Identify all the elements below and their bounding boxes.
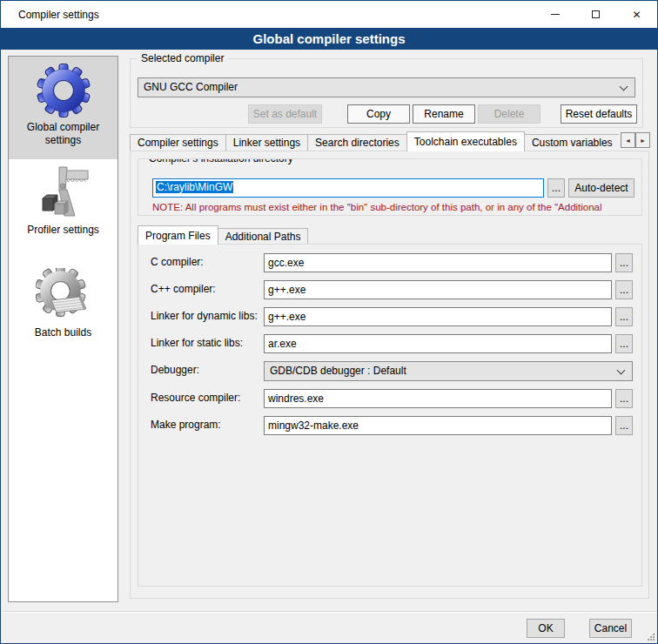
arrow-right-icon: ► [640,138,646,144]
dynamic-linker-input[interactable] [264,307,612,326]
install-dir-group-label: Compiler's installation directory [145,158,297,164]
program-files-page: C compiler: ... C++ compiler: ... Linker… [138,244,642,587]
maximize-icon [592,10,600,18]
resource-compiler-label: Resource compiler: [151,392,240,404]
sidebar-item-label: Batch builds [9,326,118,339]
compiler-settings-dialog: Compiler settings ✕ Global compiler sett… [0,0,658,644]
static-linker-browse-button[interactable]: ... [615,334,633,353]
tab-compiler-settings[interactable]: Compiler settings [130,134,226,151]
sidebar-item-label: Profiler settings [9,224,118,237]
install-dir-browse-button[interactable]: ... [547,178,565,198]
footer-divider [1,611,657,612]
install-dir-note: NOTE: All programs must exist either in … [152,202,640,212]
chevron-down-icon [620,83,628,91]
compiler-select[interactable]: GNU GCC Compiler [138,77,635,97]
debugger-select-value: GDB/CDB debugger : Default [270,365,406,377]
resource-compiler-input[interactable] [264,389,612,408]
compiler-tabs: Compiler settings Linker settings Search… [130,131,619,151]
close-icon: ✕ [632,10,641,20]
selected-compiler-group-label: Selected compiler [138,52,227,64]
batch-builds-icon [36,268,91,324]
toolchain-executables-page: Compiler's installation directory C:\ray… [130,151,649,599]
minimize-icon [551,14,560,15]
static-linker-input[interactable] [264,334,612,353]
sidebar-item-label: Global compiler settings [9,121,118,147]
tab-scroll-left-button[interactable]: ◄ [621,132,635,148]
debugger-select[interactable]: GDB/CDB debugger : Default [264,361,633,381]
install-dir-selected-text: C:\raylib\MinGW [156,181,233,193]
install-dir-input[interactable]: C:\raylib\MinGW [152,178,544,198]
tab-linker-settings[interactable]: Linker settings [225,134,308,151]
copy-button[interactable]: Copy [347,104,410,124]
cpp-compiler-browse-button[interactable]: ... [615,280,633,299]
subtab-additional-paths[interactable]: Additional Paths [218,228,309,244]
close-button[interactable]: ✕ [616,1,657,28]
arrow-left-icon: ◄ [625,138,631,144]
rename-button[interactable]: Rename [413,104,475,124]
tab-custom-variables[interactable]: Custom variables [524,134,619,151]
static-linker-label: Linker for static libs: [151,337,243,349]
dialog-header: Global compiler settings [1,28,657,50]
selected-compiler-group: Selected compiler GNU GCC Compiler Set a… [130,58,643,128]
resize-grip[interactable] [647,633,655,641]
window-title: Compiler settings [18,9,99,21]
caption-buttons: ✕ [534,1,657,28]
compiler-select-value: GNU GCC Compiler [144,81,238,93]
settings-sidebar: Global compiler settings [8,56,118,602]
resource-compiler-browse-button[interactable]: ... [615,389,633,408]
make-program-browse-button[interactable]: ... [615,416,633,435]
make-program-input[interactable] [264,416,612,435]
install-dir-group: Compiler's installation directory C:\ray… [138,158,642,216]
c-compiler-browse-button[interactable]: ... [615,253,633,272]
c-compiler-label: C compiler: [151,256,204,268]
tab-scroll-right-button[interactable]: ► [635,132,650,148]
cpp-compiler-label: C++ compiler: [151,283,216,295]
autodetect-button[interactable]: Auto-detect [568,178,634,198]
tab-toolchain-executables[interactable]: Toolchain executables [406,131,525,151]
maximize-button[interactable] [575,1,616,28]
c-compiler-input[interactable] [264,253,612,272]
sidebar-item-global-compiler-settings[interactable]: Global compiler settings [9,57,118,159]
make-program-label: Make program: [151,419,221,431]
titlebar: Compiler settings ✕ [1,1,657,28]
sidebar-item-profiler-settings[interactable]: Profiler settings [9,159,118,262]
minimize-button[interactable] [534,1,575,28]
set-as-default-button[interactable]: Set as default [248,104,322,124]
caliper-icon [36,165,91,221]
chevron-down-icon [617,366,626,375]
gear-icon [36,63,91,118]
subtab-program-files[interactable]: Program Files [138,225,218,245]
sidebar-item-batch-builds[interactable]: Batch builds [9,262,118,365]
cancel-button[interactable]: Cancel [589,619,632,638]
dynamic-linker-browse-button[interactable]: ... [615,307,633,326]
delete-button[interactable]: Delete [478,104,540,124]
dynamic-linker-label: Linker for dynamic libs: [151,310,258,322]
ok-button[interactable]: OK [527,619,565,638]
debugger-label: Debugger: [151,364,199,376]
cpp-compiler-input[interactable] [264,280,612,299]
reset-defaults-button[interactable]: Reset defaults [561,104,637,124]
toolchain-subtabs: Program Files Additional Paths [138,225,642,245]
tab-search-directories[interactable]: Search directories [307,134,407,151]
